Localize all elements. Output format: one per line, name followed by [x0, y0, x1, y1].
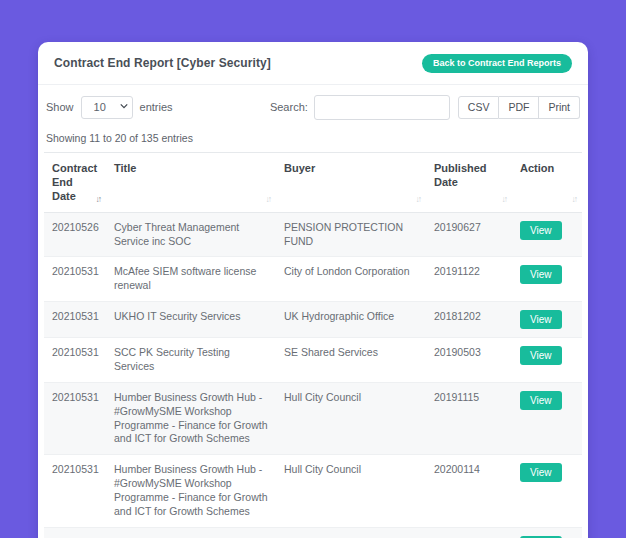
sort-icon[interactable]: ↓↑	[96, 194, 101, 205]
cell-title: Cyber Threat Management Service inc SOC	[106, 212, 276, 257]
cell-published-date: 20191115	[426, 382, 512, 454]
cell-buyer: UK Hydrographic Office	[276, 302, 426, 338]
table-row: 20210531 Humber Business Growth Hub - #G…	[44, 527, 582, 538]
cell-title: UKHO IT Security Services	[106, 302, 276, 338]
cell-buyer: PENSION PROTECTION FUND	[276, 212, 426, 257]
cell-title: Humber Business Growth Hub - #GrowMySME …	[106, 455, 276, 527]
view-button[interactable]: View	[520, 391, 562, 410]
column-header-buyer[interactable]: Buyer ↓↑	[276, 152, 426, 212]
table-row: 20210531 McAfee SIEM software license re…	[44, 257, 582, 302]
table-header: Contract End Date ↓↑ Title ↓↑ Buyer ↓↑ P…	[44, 152, 582, 212]
cell-published-date: 20190503	[426, 338, 512, 383]
view-button[interactable]: View	[520, 221, 562, 240]
report-card: Contract End Report [Cyber Security] Bac…	[38, 42, 588, 538]
pdf-button[interactable]: PDF	[499, 96, 539, 120]
table-controls: Show 10 entries Search: CSV PDF Print	[38, 85, 588, 126]
sort-icon[interactable]: ↓↑	[502, 194, 507, 205]
cell-buyer: Hull City Council	[276, 527, 426, 538]
table-info-text: Showing 11 to 20 of 135 entries	[38, 126, 588, 152]
cell-action: View	[512, 302, 582, 338]
card-header: Contract End Report [Cyber Security] Bac…	[38, 42, 588, 85]
page-background: { "colors": { "background_purple": "#6a5…	[0, 0, 626, 538]
cell-buyer: Hull City Council	[276, 382, 426, 454]
cell-published-date: 20191122	[426, 257, 512, 302]
view-button[interactable]: View	[520, 265, 562, 284]
cell-title: McAfee SIEM software license renewal	[106, 257, 276, 302]
table-row: 20210531 Humber Business Growth Hub - #G…	[44, 455, 582, 527]
column-header-published-date[interactable]: Published Date ↓↑	[426, 152, 512, 212]
view-button[interactable]: View	[520, 463, 562, 482]
cell-contract-end-date: 20210531	[44, 302, 106, 338]
table-body: 20210526 Cyber Threat Management Service…	[44, 212, 582, 538]
cell-published-date: 20200114	[426, 527, 512, 538]
show-label: Show	[46, 101, 74, 113]
cell-action: View	[512, 338, 582, 383]
search-input[interactable]	[314, 95, 450, 120]
column-header-label: Title	[114, 162, 136, 174]
cell-action: View	[512, 257, 582, 302]
view-button[interactable]: View	[520, 310, 562, 329]
column-header-title[interactable]: Title ↓↑	[106, 152, 276, 212]
entries-label: entries	[140, 101, 173, 113]
cell-buyer: Hull City Council	[276, 455, 426, 527]
back-to-reports-button[interactable]: Back to Contract End Reports	[422, 54, 572, 73]
page-length-select-wrap: 10	[81, 96, 133, 119]
column-header-label: Action	[520, 162, 554, 174]
cell-buyer: SE Shared Services	[276, 338, 426, 383]
cell-contract-end-date: 20210526	[44, 212, 106, 257]
sort-icon[interactable]: ↓↑	[572, 194, 577, 205]
cell-contract-end-date: 20210531	[44, 455, 106, 527]
csv-button[interactable]: CSV	[458, 96, 500, 120]
column-header-label: Buyer	[284, 162, 315, 174]
table-row: 20210526 Cyber Threat Management Service…	[44, 212, 582, 257]
sort-icon[interactable]: ↓↑	[266, 194, 271, 205]
column-header-label: Published Date	[434, 162, 487, 188]
column-header-action[interactable]: Action ↓↑	[512, 152, 582, 212]
table-row: 20210531 Humber Business Growth Hub - #G…	[44, 382, 582, 454]
search-label: Search:	[270, 101, 308, 113]
contracts-table: Contract End Date ↓↑ Title ↓↑ Buyer ↓↑ P…	[44, 152, 582, 538]
cell-title: Humber Business Growth Hub - #GrowMySME …	[106, 527, 276, 538]
print-button[interactable]: Print	[539, 96, 580, 120]
cell-published-date: 20190627	[426, 212, 512, 257]
cell-title: SCC PK Security Testing Services	[106, 338, 276, 383]
cell-action: View	[512, 455, 582, 527]
sort-icon[interactable]: ↓↑	[416, 194, 421, 205]
cell-contract-end-date: 20210531	[44, 257, 106, 302]
cell-action: View	[512, 527, 582, 538]
column-header-contract-end-date[interactable]: Contract End Date ↓↑	[44, 152, 106, 212]
page-title: Contract End Report [Cyber Security]	[54, 56, 271, 70]
export-button-group: CSV PDF Print	[458, 96, 580, 120]
cell-contract-end-date: 20210531	[44, 338, 106, 383]
page-length-select[interactable]: 10	[81, 96, 133, 119]
cell-title: Humber Business Growth Hub - #GrowMySME …	[106, 382, 276, 454]
view-button[interactable]: View	[520, 346, 562, 365]
table-row: 20210531 UKHO IT Security Services UK Hy…	[44, 302, 582, 338]
cell-published-date: 20200114	[426, 455, 512, 527]
cell-contract-end-date: 20210531	[44, 527, 106, 538]
cell-action: View	[512, 382, 582, 454]
cell-buyer: City of London Corporation	[276, 257, 426, 302]
column-header-label: Contract End Date	[52, 162, 97, 203]
cell-action: View	[512, 212, 582, 257]
cell-published-date: 20181202	[426, 302, 512, 338]
cell-contract-end-date: 20210531	[44, 382, 106, 454]
table-row: 20210531 SCC PK Security Testing Service…	[44, 338, 582, 383]
